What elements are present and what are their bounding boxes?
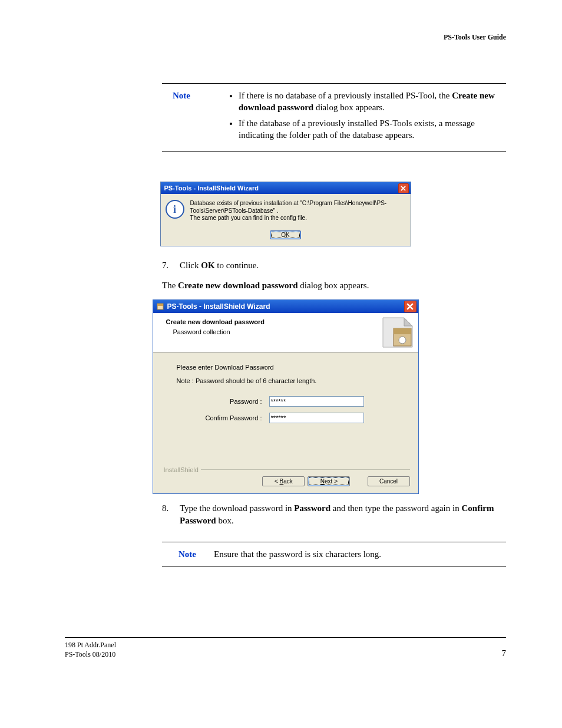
installshield-brand: InstallShield bbox=[161, 466, 201, 475]
text: box. bbox=[216, 516, 234, 525]
close-icon[interactable] bbox=[398, 183, 409, 193]
note-bullet: If the database of a previously installe… bbox=[239, 117, 506, 141]
svg-marker-3 bbox=[404, 318, 412, 326]
back-label: < Back bbox=[275, 478, 293, 485]
svg-point-6 bbox=[399, 337, 406, 344]
password-label: Password : bbox=[177, 397, 269, 406]
text: If there is no database of a previously … bbox=[239, 91, 452, 100]
text: Type the download password in bbox=[180, 503, 294, 513]
wizard-title: PS-Tools - InstallShield Wizard bbox=[167, 302, 404, 311]
ok-button[interactable]: OK bbox=[270, 230, 300, 239]
text: The same path you can find in the config… bbox=[190, 215, 406, 222]
step-number: 8. bbox=[162, 502, 180, 526]
next-button[interactable]: Next > bbox=[308, 476, 350, 486]
note-block-2: Note Ensure that the password is six cha… bbox=[162, 542, 506, 566]
wizard-header-subtitle: Password collection bbox=[166, 328, 412, 337]
note-label: Note bbox=[173, 90, 208, 144]
wizard-art-icon bbox=[381, 315, 415, 350]
text: Database exists of previous installation… bbox=[190, 200, 406, 215]
step-8: 8. Type the download password in Passwor… bbox=[162, 502, 506, 526]
page-number: 7 bbox=[502, 647, 507, 659]
wizard-dialog: PS-Tools - InstallShield Wizard Create n… bbox=[153, 299, 419, 494]
wizard-body: Please enter Download Password Note : Pa… bbox=[153, 353, 418, 469]
info-icon: i bbox=[166, 200, 184, 219]
text: The bbox=[162, 281, 178, 290]
text: dialog box appears. bbox=[298, 281, 369, 290]
wizard-header-title: Create new download password bbox=[166, 318, 412, 327]
text: and then type the password again in bbox=[330, 503, 461, 513]
note-text: Ensure that the password is six characte… bbox=[214, 548, 506, 560]
step-number: 7. bbox=[162, 259, 180, 271]
note-block-1: Note If there is no database of a previo… bbox=[162, 84, 506, 151]
text-bold: OK bbox=[201, 261, 214, 270]
text-bold: Create new download password bbox=[178, 281, 298, 290]
back-button[interactable]: < Back bbox=[262, 476, 305, 486]
messagebox-titlebar: PS-Tools - InstallShield Wizard bbox=[161, 182, 411, 194]
confirm-password-input[interactable] bbox=[269, 413, 364, 423]
next-label: Next > bbox=[320, 478, 338, 485]
page-footer: 198 Pt Addr.Panel PS-Tools 08/2010 7 bbox=[65, 637, 506, 659]
messagebox-dialog: PS-Tools - InstallShield Wizard i Databa… bbox=[160, 182, 411, 246]
footer-line1: 198 Pt Addr.Panel bbox=[65, 640, 116, 650]
wizard-note: Note : Password should be of 6 character… bbox=[177, 377, 401, 386]
confirm-password-label: Confirm Password : bbox=[177, 414, 269, 423]
step-7: 7. Click OK to continue. bbox=[162, 259, 506, 271]
messagebox-title: PS-Tools - InstallShield Wizard bbox=[164, 184, 398, 193]
footer-line2: PS-Tools 08/2010 bbox=[65, 650, 116, 659]
note-bullet: If there is no database of a previously … bbox=[239, 90, 506, 114]
close-icon[interactable] bbox=[404, 301, 416, 312]
cancel-button[interactable]: Cancel bbox=[368, 476, 410, 486]
setup-icon bbox=[156, 302, 164, 311]
wizard-header: Create new download password Password co… bbox=[153, 313, 418, 353]
note-label: Note bbox=[178, 548, 214, 560]
paragraph: The Create new download password dialog … bbox=[162, 279, 506, 291]
wizard-instruction: Please enter Download Password bbox=[177, 363, 401, 372]
wizard-titlebar: PS-Tools - InstallShield Wizard bbox=[153, 300, 418, 313]
text: to continue. bbox=[215, 261, 259, 270]
text: If the database of a previously installe… bbox=[239, 118, 475, 140]
messagebox-text: Database exists of previous installation… bbox=[190, 200, 406, 222]
text: dialog box appears. bbox=[313, 103, 385, 112]
svg-rect-5 bbox=[394, 328, 411, 334]
password-input[interactable] bbox=[269, 396, 364, 407]
doc-header-title: PS-Tools User Guide bbox=[65, 32, 506, 42]
wizard-footer: InstallShield < Back Next > Cancel bbox=[153, 469, 418, 493]
text: Click bbox=[180, 261, 201, 270]
svg-rect-1 bbox=[157, 304, 163, 306]
text-bold: Password bbox=[294, 503, 330, 513]
